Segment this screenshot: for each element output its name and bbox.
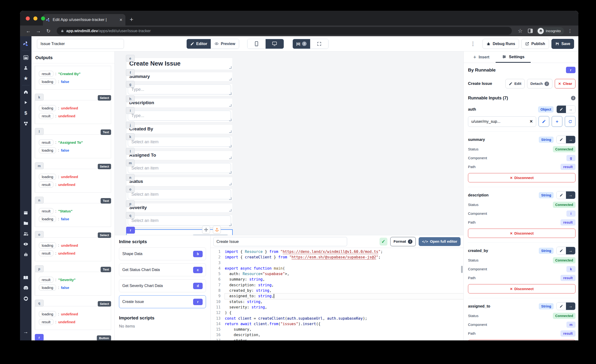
output-key[interactable]: result xyxy=(39,208,53,214)
sidebar-item-apps[interactable] xyxy=(20,52,31,63)
move-handle-icon[interactable] xyxy=(202,226,210,234)
output-key[interactable]: loading xyxy=(39,311,56,317)
static-mode-button[interactable] xyxy=(557,191,566,199)
output-card[interactable]: result:"Severity"loading:false xyxy=(35,272,111,296)
output-key[interactable]: result xyxy=(39,277,53,283)
sidebar-item-eye[interactable] xyxy=(20,239,31,249)
canvas-component-h[interactable]: hDescription xyxy=(126,98,233,108)
url-bar[interactable]: app.windmill.dev/apps/edit/u/user/issue-… xyxy=(57,27,512,35)
tab-insert[interactable]: + Insert xyxy=(467,52,496,63)
save-button[interactable]: Save xyxy=(551,39,574,49)
output-key[interactable]: result xyxy=(39,319,53,325)
desktop-view-button[interactable] xyxy=(266,39,284,49)
output-key[interactable]: loading xyxy=(39,79,56,85)
sidebar-item-users[interactable] xyxy=(20,228,31,239)
disconnect-button[interactable]: ✕Disconnect xyxy=(468,284,575,293)
component-id-badge[interactable]: r xyxy=(35,334,44,340)
script-name-input[interactable] xyxy=(213,237,347,246)
anchor-icon[interactable] xyxy=(213,226,221,234)
editor-scrollbar[interactable] xyxy=(461,266,463,273)
back-icon[interactable]: ← xyxy=(24,28,32,34)
output-key[interactable]: loading xyxy=(39,216,56,222)
output-card[interactable]: loading:undefinedresult:undefined xyxy=(35,169,111,193)
component-id-badge[interactable]: l xyxy=(35,128,44,135)
close-window-button[interactable] xyxy=(26,16,30,21)
component-id-badge[interactable]: k xyxy=(126,133,135,140)
sidebar-item-star[interactable]: ★ xyxy=(20,73,31,84)
edit-runnable-button[interactable]: Edit xyxy=(505,79,525,89)
canvas-component-m[interactable]: mSelect an item xyxy=(126,162,233,175)
output-key[interactable]: result xyxy=(39,140,53,145)
add-resource-button[interactable]: + xyxy=(552,116,562,127)
disconnect-button[interactable]: ✕Disconnect xyxy=(468,229,575,238)
sidebar-item-home[interactable] xyxy=(20,87,31,97)
preview-mode-button[interactable]: Preview xyxy=(211,39,239,49)
forward-icon[interactable]: → xyxy=(34,28,42,34)
output-card[interactable]: result:"Status"loading:false xyxy=(35,203,111,227)
component-id-badge[interactable]: p xyxy=(126,200,135,207)
component-id-badge[interactable]: n xyxy=(126,174,135,181)
sidebar-item-dollar[interactable]: $ xyxy=(20,108,31,118)
more-options-icon[interactable]: ⋮ xyxy=(470,41,476,47)
component-id-badge[interactable]: h xyxy=(126,95,135,102)
sidebar-item-expand-arrow[interactable]: → xyxy=(20,327,31,337)
debug-runs-button[interactable]: Debug Runs xyxy=(483,39,519,49)
canvas-component-n[interactable]: nStatus xyxy=(126,177,233,186)
edit-resource-button[interactable] xyxy=(538,116,549,127)
select-field[interactable]: Select an item xyxy=(128,163,231,173)
bookmark-star-icon[interactable]: ☆ xyxy=(516,28,524,34)
disconnect-button[interactable]: ✕Disconnect xyxy=(468,340,575,340)
canvas-component-g[interactable]: gType... xyxy=(126,84,233,96)
canvas-component-o[interactable]: oSelect an item xyxy=(126,189,233,201)
output-key[interactable]: loading xyxy=(39,285,56,290)
canvas-component-k[interactable]: kSelect an item xyxy=(126,136,233,149)
canvas-component-j[interactable]: jCreated By xyxy=(126,124,233,134)
side-panel-icon[interactable] xyxy=(526,29,534,33)
reload-icon[interactable]: ↻ xyxy=(44,28,52,34)
component-id-badge[interactable]: e xyxy=(126,55,135,62)
output-key[interactable]: result xyxy=(39,250,53,256)
static-mode-button[interactable] xyxy=(557,247,566,254)
tab-settings[interactable]: Settings xyxy=(496,52,531,63)
app-canvas[interactable]: eCreate New IssuefSummarygType...hDescri… xyxy=(115,52,463,235)
static-mode-button[interactable] xyxy=(557,136,566,143)
text-input-field[interactable]: Type... xyxy=(128,84,231,94)
component-id-badge[interactable]: n xyxy=(35,197,44,204)
inline-script-item[interactable]: Get Severity Chart Datad xyxy=(119,279,206,292)
log-counter-button[interactable]: |0| i xyxy=(293,39,310,49)
sidebar-item-robot[interactable] xyxy=(20,249,31,260)
code-area[interactable]: 1import { Resource } from "https://deno.… xyxy=(210,248,463,340)
connect-mode-button[interactable]: → xyxy=(566,191,575,199)
component-id-badge[interactable]: m xyxy=(35,162,44,169)
sidebar-item-github[interactable] xyxy=(20,293,31,304)
component-id-badge[interactable]: g xyxy=(126,81,135,88)
open-full-editor-button[interactable]: </> Open full editor xyxy=(419,237,461,246)
component-id-badge[interactable]: l xyxy=(126,148,135,155)
browser-menu-icon[interactable]: ⋮ xyxy=(566,28,574,34)
refresh-resource-button[interactable] xyxy=(565,116,575,127)
canvas-component-r[interactable]: rCreate Issue xyxy=(126,229,233,235)
component-id-badge[interactable]: q xyxy=(35,300,44,306)
inline-script-item[interactable]: Get Status Chart Datac xyxy=(119,263,206,276)
output-card[interactable]: loading:undefinedresult:undefined xyxy=(35,238,111,261)
auth-resource-field[interactable]: u/user/my_sup... ✕ xyxy=(468,116,536,127)
clear-runnable-button[interactable]: ✕ Clear xyxy=(555,79,575,89)
sidebar-item-book[interactable] xyxy=(20,272,31,283)
output-card[interactable]: result:"Assigned To"loading:false xyxy=(35,134,111,158)
connect-mode-button[interactable]: → xyxy=(566,247,575,254)
minimize-window-button[interactable] xyxy=(33,16,37,21)
component-id-badge[interactable]: j xyxy=(126,122,135,128)
sidebar-item-calendar[interactable] xyxy=(20,207,31,218)
connect-mode-button[interactable]: → xyxy=(566,106,575,113)
component-id-badge[interactable]: m xyxy=(126,159,135,166)
output-key[interactable]: result xyxy=(39,113,53,119)
output-key[interactable]: result xyxy=(39,71,53,77)
browser-tab[interactable]: Edit App u/user/issue-tracker | ✕ xyxy=(43,14,125,25)
component-id-badge[interactable]: f xyxy=(126,69,135,76)
select-field[interactable]: Select an item xyxy=(128,189,231,199)
sidebar-item-discord[interactable] xyxy=(20,283,31,293)
output-key[interactable]: loading xyxy=(39,174,56,180)
sidebar-item-user[interactable] xyxy=(20,63,31,73)
output-card[interactable]: result:"Created By"loading:false xyxy=(35,66,111,90)
editor-mode-button[interactable]: Editor xyxy=(187,39,211,49)
